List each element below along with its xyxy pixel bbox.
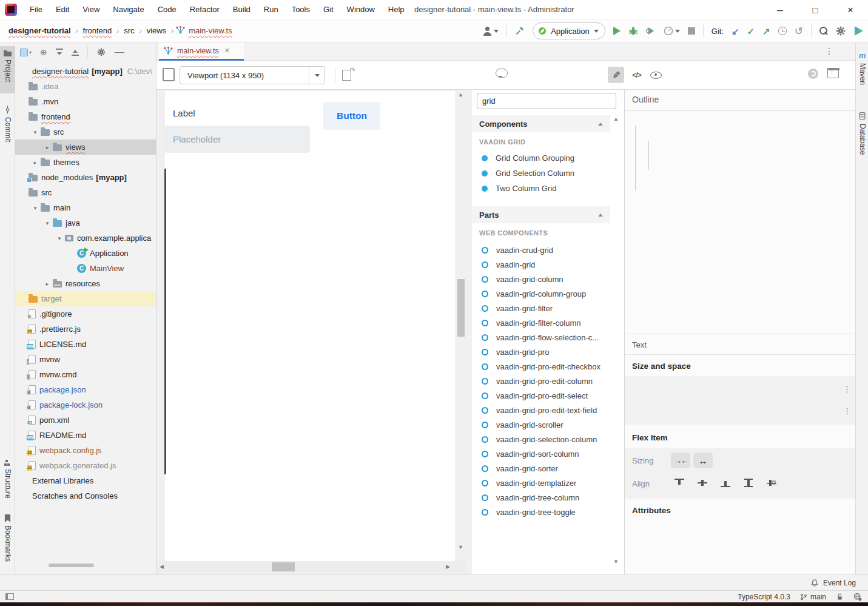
- palette-part-item[interactable]: vaadin-grid-scroller: [472, 417, 610, 432]
- rotate-viewport-icon[interactable]: [342, 69, 354, 81]
- highlighting-level-icon[interactable]: [853, 593, 862, 601]
- maximize-button[interactable]: [798, 0, 833, 19]
- tree-row[interactable]: ▸views: [15, 140, 156, 155]
- tree-row[interactable]: ▸resources: [15, 276, 156, 291]
- parts-section-header[interactable]: Parts: [472, 206, 610, 223]
- sidebar-tab-maven[interactable]: m Maven: [856, 47, 868, 99]
- palette-part-item[interactable]: vaadin-grid-tree-column: [472, 490, 610, 505]
- preview-mode-button[interactable]: [648, 67, 664, 83]
- menu-item-build[interactable]: Build: [227, 2, 256, 16]
- palette-search-input[interactable]: [477, 93, 616, 109]
- tree-chevron-icon[interactable]: ▾: [30, 205, 41, 211]
- menu-item-refactor[interactable]: Refactor: [184, 2, 225, 16]
- tree-row[interactable]: Scratches and Consoles: [15, 488, 156, 503]
- canvas-hscrollbar[interactable]: ◀ ▶: [156, 561, 466, 573]
- align-baseline-icon[interactable]: [765, 478, 778, 488]
- artboard-icon[interactable]: [163, 68, 175, 81]
- profiler-button[interactable]: [664, 26, 680, 36]
- palette-part-item[interactable]: vaadin-grid-pro-edit-text-field: [472, 403, 610, 417]
- tree-row[interactable]: JS.prettierrc.js: [15, 322, 156, 337]
- editor-tab-main-view[interactable]: main-view.ts ✕: [159, 42, 244, 61]
- align-stretch-icon[interactable]: [742, 478, 755, 488]
- open-in-window-icon[interactable]: [827, 68, 839, 78]
- scrollbar-thumb[interactable]: [272, 562, 295, 571]
- canvas-text-field-label[interactable]: Label: [173, 108, 195, 118]
- breadcrumb-item[interactable]: src: [121, 25, 136, 36]
- collapse-all-icon[interactable]: [72, 49, 79, 56]
- tree-chevron-icon[interactable]: ▾: [30, 129, 41, 135]
- menu-item-view[interactable]: View: [77, 2, 105, 16]
- sidebar-tab-project[interactable]: Project: [0, 46, 15, 93]
- tree-chevron-icon[interactable]: ▾: [54, 235, 65, 241]
- tree-row[interactable]: MDREADME.md: [15, 428, 156, 443]
- menu-item-code[interactable]: Code: [152, 2, 182, 16]
- tool-window-toggle-icon[interactable]: [5, 593, 14, 600]
- flex-grow-button[interactable]: [693, 453, 713, 468]
- build-hammer-icon[interactable]: [515, 26, 525, 36]
- project-hscrollbar[interactable]: [49, 564, 94, 567]
- palette-part-item[interactable]: vaadin-grid-pro-edit-column: [472, 374, 610, 388]
- git-commit-button[interactable]: ✓: [747, 27, 755, 36]
- panel-settings-gear-icon[interactable]: [97, 48, 106, 56]
- palette-part-item[interactable]: vaadin-grid-pro: [472, 345, 610, 359]
- palette-part-item[interactable]: vaadin-grid-templatizer: [472, 476, 610, 490]
- align-center-icon[interactable]: [696, 478, 708, 488]
- sidebar-tab-structure[interactable]: Structure: [0, 455, 15, 507]
- palette-component-item[interactable]: Grid Column Grouping: [472, 150, 610, 166]
- tree-row[interactable]: {}package.json: [15, 382, 156, 397]
- palette-part-item[interactable]: vaadin-crud-grid: [472, 243, 610, 257]
- tree-row[interactable]: CApplication: [15, 246, 156, 261]
- tree-row[interactable]: ›mvnw: [15, 352, 156, 367]
- field-options-kebab-icon[interactable]: [843, 406, 851, 416]
- scroll-down-icon[interactable]: ▼: [458, 545, 463, 550]
- rollback-button[interactable]: ↺: [795, 26, 803, 36]
- tree-row[interactable]: ⊘.gitignore: [15, 306, 156, 322]
- minimize-button[interactable]: [762, 0, 798, 19]
- event-log-button[interactable]: Event Log: [810, 579, 856, 587]
- scroll-up-icon[interactable]: ▲: [613, 116, 619, 122]
- tree-row-root[interactable]: designer-tutorial[myapp]C:\dev\: [15, 64, 156, 79]
- palette-part-item[interactable]: vaadin-grid-column-group: [472, 286, 610, 301]
- tree-row[interactable]: ▾main: [15, 200, 156, 215]
- settings-gear-icon[interactable]: [836, 26, 846, 36]
- tree-row[interactable]: src: [15, 185, 156, 200]
- design-canvas[interactable]: Label Button Placeholder ▲ ▼ ◀ ▶: [156, 90, 472, 574]
- palette-part-item[interactable]: vaadin-grid-tree-toggle: [472, 505, 610, 519]
- git-update-button[interactable]: ↙: [732, 27, 739, 36]
- tree-row[interactable]: ▾com.example.applica: [15, 231, 156, 246]
- text-section-row[interactable]: Text: [625, 335, 855, 354]
- tree-row[interactable]: MDLICENSE.md: [15, 337, 156, 352]
- sidebar-tab-database[interactable]: Database: [856, 108, 868, 175]
- menu-item-window[interactable]: Window: [341, 2, 380, 16]
- scroll-right-icon[interactable]: ▶: [446, 564, 450, 570]
- tree-row[interactable]: ▾java: [15, 215, 156, 231]
- palette-part-item[interactable]: vaadin-grid-selection-column: [472, 432, 610, 446]
- tab-close-icon[interactable]: ✕: [224, 47, 230, 55]
- menu-item-navigate[interactable]: Navigate: [107, 2, 149, 16]
- components-section-header[interactable]: Components: [472, 115, 610, 132]
- tree-row[interactable]: ▸themes: [15, 155, 156, 170]
- tree-row[interactable]: External Libraries: [15, 473, 156, 488]
- palette-part-item[interactable]: vaadin-grid-sort-column: [472, 446, 610, 461]
- vaadin-plugin-icon[interactable]: [853, 26, 863, 36]
- comment-bubble-icon[interactable]: [496, 69, 508, 78]
- palette-part-item[interactable]: vaadin-grid-filter: [472, 301, 610, 315]
- history-icon[interactable]: [778, 27, 787, 35]
- user-account-button[interactable]: [483, 27, 499, 36]
- canvas-selected-grid[interactable]: [164, 169, 166, 474]
- scroll-down-icon[interactable]: ▼: [613, 559, 619, 565]
- close-button[interactable]: [833, 0, 868, 19]
- palette-part-item[interactable]: vaadin-grid-column: [472, 272, 610, 286]
- palette-component-item[interactable]: Two Column Grid: [472, 181, 610, 196]
- palette-part-item[interactable]: vaadin-grid-pro-edit-select: [472, 388, 610, 403]
- scrollbar-thumb[interactable]: [457, 279, 465, 337]
- tree-row[interactable]: ≡mvnw.cmd: [15, 367, 156, 382]
- menu-item-run[interactable]: Run: [258, 2, 284, 16]
- viewport-select[interactable]: Viewport (1134 x 950): [180, 66, 325, 84]
- menu-item-help[interactable]: Help: [383, 2, 410, 16]
- code-mode-button[interactable]: [628, 67, 645, 83]
- menu-item-edit[interactable]: Edit: [50, 2, 75, 16]
- breadcrumb-item[interactable]: views: [144, 25, 169, 36]
- viewport-dropdown-button[interactable]: [309, 67, 325, 84]
- expand-all-icon[interactable]: [56, 49, 63, 56]
